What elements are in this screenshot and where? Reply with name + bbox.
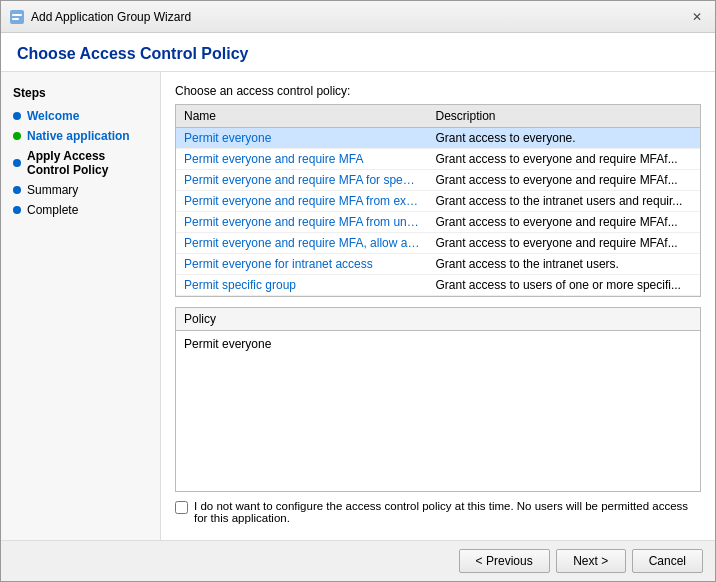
sidebar-item-welcome[interactable]: Welcome: [1, 106, 160, 126]
step-dot-complete: [13, 206, 21, 214]
table-row[interactable]: Permit everyone and require MFA for spec…: [176, 170, 700, 191]
sidebar: Steps Welcome Native application Apply A…: [1, 72, 161, 540]
col-header-name: Name: [176, 105, 428, 128]
policy-detail-section: Policy Permit everyone: [175, 307, 701, 492]
table-row[interactable]: Permit everyone and require MFA from una…: [176, 212, 700, 233]
content-area: Steps Welcome Native application Apply A…: [1, 72, 715, 540]
table-cell-desc: Grant access to everyone and require MFA…: [428, 170, 700, 191]
close-button[interactable]: ✕: [687, 7, 707, 27]
policy-section-label: Policy: [176, 308, 700, 331]
table-cell-desc: Grant access to everyone and require MFA…: [428, 233, 700, 254]
window-icon: [9, 9, 25, 25]
table-cell-desc: Grant access to users of one or more spe…: [428, 275, 700, 296]
page-header: Choose Access Control Policy: [1, 33, 715, 72]
table-cell-desc: Grant access to everyone and require MFA…: [428, 212, 700, 233]
table-row[interactable]: Permit specific group Grant access to us…: [176, 275, 700, 296]
svg-rect-1: [12, 14, 22, 16]
footer: < Previous Next > Cancel: [1, 540, 715, 581]
step-dot-native: [13, 132, 21, 140]
policy-section-content: Permit everyone: [176, 331, 700, 491]
previous-button[interactable]: < Previous: [459, 549, 550, 573]
table-row[interactable]: Permit everyone and require MFA Grant ac…: [176, 149, 700, 170]
table-cell-name: Permit everyone: [176, 128, 428, 149]
table-cell-desc: Grant access to everyone.: [428, 128, 700, 149]
sidebar-item-welcome-label: Welcome: [27, 109, 79, 123]
step-dot-summary: [13, 186, 21, 194]
main-content: Choose an access control policy: Name De…: [161, 72, 715, 540]
table-cell-name: Permit everyone and require MFA, allow a…: [176, 233, 428, 254]
policy-table: Name Description Permit everyone Grant a…: [176, 105, 700, 296]
col-header-desc: Description: [428, 105, 700, 128]
table-cell-name: Permit everyone and require MFA for spec…: [176, 170, 428, 191]
window-title: Add Application Group Wizard: [31, 10, 687, 24]
svg-rect-2: [12, 18, 19, 20]
table-cell-desc: Grant access to the intranet users.: [428, 254, 700, 275]
table-cell-name: Permit everyone for intranet access: [176, 254, 428, 275]
no-policy-checkbox-label[interactable]: I do not want to configure the access co…: [194, 500, 701, 524]
table-header-row: Name Description: [176, 105, 700, 128]
svg-rect-0: [10, 10, 24, 24]
table-row[interactable]: Permit everyone Grant access to everyone…: [176, 128, 700, 149]
table-cell-name: Permit specific group: [176, 275, 428, 296]
step-dot-welcome: [13, 112, 21, 120]
wizard-window: Add Application Group Wizard ✕ Choose Ac…: [0, 0, 716, 582]
step-dot-policy: [13, 159, 21, 167]
table-cell-name: Permit everyone and require MFA: [176, 149, 428, 170]
cancel-button[interactable]: Cancel: [632, 549, 703, 573]
table-cell-name: Permit everyone and require MFA from una…: [176, 212, 428, 233]
no-policy-checkbox-area: I do not want to configure the access co…: [175, 492, 701, 528]
sidebar-item-complete-label: Complete: [27, 203, 78, 217]
policy-table-container: Name Description Permit everyone Grant a…: [175, 104, 701, 297]
table-cell-desc: Grant access to the intranet users and r…: [428, 191, 700, 212]
table-row[interactable]: Permit everyone and require MFA, allow a…: [176, 233, 700, 254]
next-button[interactable]: Next >: [556, 549, 626, 573]
sidebar-item-policy-label: Apply Access Control Policy: [27, 149, 148, 177]
page-title: Choose Access Control Policy: [17, 45, 699, 63]
sidebar-item-complete[interactable]: Complete: [1, 200, 160, 220]
sidebar-item-apply-policy[interactable]: Apply Access Control Policy: [1, 146, 160, 180]
table-row[interactable]: Permit everyone for intranet access Gran…: [176, 254, 700, 275]
sidebar-item-summary[interactable]: Summary: [1, 180, 160, 200]
no-policy-checkbox[interactable]: [175, 501, 188, 514]
choose-policy-label: Choose an access control policy:: [175, 84, 701, 98]
table-row[interactable]: Permit everyone and require MFA from ext…: [176, 191, 700, 212]
title-bar: Add Application Group Wizard ✕: [1, 1, 715, 33]
table-cell-name: Permit everyone and require MFA from ext…: [176, 191, 428, 212]
sidebar-item-native-label: Native application: [27, 129, 130, 143]
table-cell-desc: Grant access to everyone and require MFA…: [428, 149, 700, 170]
sidebar-item-summary-label: Summary: [27, 183, 78, 197]
sidebar-item-native-application[interactable]: Native application: [1, 126, 160, 146]
sidebar-header: Steps: [1, 82, 160, 106]
